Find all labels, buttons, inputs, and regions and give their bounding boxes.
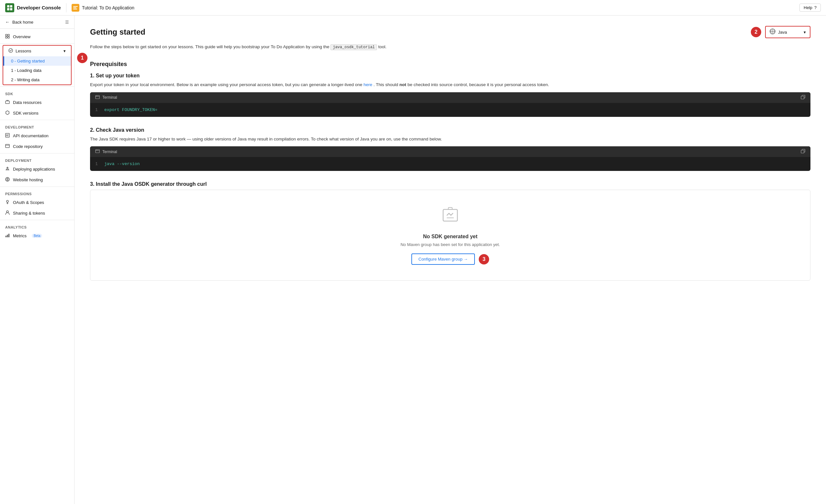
step1-here-link[interactable]: here (363, 82, 372, 87)
sdk-versions-icon (5, 110, 10, 116)
back-arrow-icon: ← (5, 19, 10, 24)
step3-title: 3. Install the Java OSDK generator throu… (90, 181, 811, 187)
lesson-item-1[interactable]: 1 - Loading data (3, 66, 71, 75)
lessons-label: Lessons (15, 49, 31, 53)
step1-title: 1. Set up your token (90, 73, 811, 79)
sdk-section-label: SDK (0, 88, 74, 97)
svg-rect-14 (5, 144, 9, 147)
sidebar-item-api-docs[interactable]: API documentation (0, 130, 74, 141)
svg-rect-2 (7, 8, 9, 10)
code-repo-icon (5, 144, 10, 149)
terminal-icon-1 (95, 95, 100, 100)
sidebar-item-oauth[interactable]: OAuth & Scopes (0, 197, 74, 208)
tool-code-tag: java_osdk_tutorial (331, 44, 377, 50)
overview-label: Overview (13, 34, 31, 39)
sidebar-item-metrics[interactable]: Metrics Beta (0, 231, 74, 241)
lesson-item-2[interactable]: 2 - Writing data (3, 75, 71, 84)
svg-rect-1 (10, 5, 12, 7)
content-area: 1 Getting started 2 (74, 15, 826, 504)
lessons-header[interactable]: Lessons ▾ (3, 46, 71, 56)
configure-maven-button[interactable]: Configure Maven group → (411, 253, 475, 265)
sidebar-item-data-resources[interactable]: Data resources (0, 97, 74, 108)
svg-rect-18 (5, 236, 6, 237)
svg-point-16 (6, 200, 8, 202)
lesson-2-label: 2 - Writing data (11, 77, 40, 82)
terminal-body-2: 1 java --version (90, 157, 811, 171)
sdk-versions-label: SDK versions (13, 111, 39, 116)
svg-rect-6 (73, 9, 77, 9)
sidebar-divider-6 (0, 220, 74, 220)
sidebar-item-website-hosting[interactable]: Website hosting (0, 175, 74, 185)
back-home-button[interactable]: ← Back home ☰ (0, 15, 74, 29)
metrics-label: Metrics (13, 233, 26, 238)
prerequisites-title: Prerequisites (90, 61, 811, 68)
intro-paragraph: Follow the steps below to get started on… (90, 43, 811, 51)
header-tutorial: Tutorial: To Do Application (72, 4, 134, 12)
lang-chevron-icon: ▾ (804, 30, 806, 35)
main-layout: ← Back home ☰ Overview (0, 15, 826, 504)
step2-text: The Java SDK requires Java 17 or higher … (90, 136, 811, 143)
terminal-title-2: Terminal (95, 149, 117, 154)
metrics-icon (5, 233, 10, 239)
annotation-badge-1: 1 (77, 53, 87, 63)
development-section-label: Development (0, 121, 74, 130)
terminal-header-2: Terminal (90, 146, 811, 157)
svg-rect-19 (7, 235, 8, 237)
lang-icon (770, 28, 775, 36)
data-resources-label: Data resources (13, 100, 42, 105)
svg-rect-4 (73, 6, 78, 7)
lessons-list: 0 - Getting started 1 - Loading data 2 -… (3, 56, 71, 84)
api-docs-label: API documentation (13, 133, 49, 138)
step3-section: 3. Install the Java OSDK generator throu… (90, 181, 811, 280)
language-selector[interactable]: Java ▾ (765, 26, 811, 38)
svg-rect-27 (801, 96, 804, 99)
sidebar: ← Back home ☰ Overview (0, 15, 74, 504)
sidebar-nav: Overview Lessons ▾ (0, 29, 74, 244)
terminal-title-1: Terminal (95, 95, 117, 100)
metrics-badge: Beta (32, 234, 43, 238)
svg-rect-0 (7, 5, 9, 7)
sidebar-divider-3 (0, 120, 74, 120)
svg-rect-20 (8, 234, 9, 237)
sidebar-item-overview[interactable]: Overview (0, 32, 74, 42)
analytics-section-label: Analytics (0, 222, 74, 231)
help-button[interactable]: Help ? (800, 4, 821, 12)
lesson-item-0[interactable]: 0 - Getting started (3, 56, 71, 66)
permissions-section-label: Permissions (0, 188, 74, 197)
terminal-body-1: 1 export FOUNDRY_TOKEN= (90, 103, 811, 117)
page-title: Getting started (90, 27, 145, 37)
back-home-label: Back home (12, 20, 34, 24)
data-resources-icon (5, 100, 10, 105)
api-docs-icon (5, 133, 10, 138)
lesson-1-label: 1 - Loading data (11, 68, 42, 73)
sidebar-options-icon[interactable]: ☰ (65, 20, 69, 24)
deployment-section-label: Deployment (0, 155, 74, 164)
sidebar-item-deploying-apps[interactable]: Deploying applications (0, 164, 74, 175)
step2-section: 2. Check Java version The Java SDK requi… (90, 127, 811, 171)
svg-rect-9 (5, 37, 7, 38)
lessons-icon (8, 48, 13, 54)
svg-point-30 (97, 150, 97, 150)
help-label: Help (804, 5, 812, 10)
svg-rect-10 (8, 37, 9, 38)
annotation-badge-3: 3 (479, 254, 489, 264)
terminal-copy-1[interactable] (801, 95, 805, 100)
terminal-copy-2[interactable] (801, 149, 805, 154)
svg-rect-35 (448, 207, 452, 209)
page-title-row: Getting started 2 (90, 26, 811, 38)
sidebar-item-code-repo[interactable]: Code repository (0, 141, 74, 152)
annotation-badge-2: 2 (751, 27, 761, 37)
svg-rect-33 (801, 150, 804, 153)
terminal-header-1: Terminal (90, 92, 811, 103)
step1-section: 1. Set up your token Export your token i… (90, 73, 811, 117)
sidebar-item-sdk-versions[interactable]: SDK versions (0, 108, 74, 119)
website-hosting-label: Website hosting (13, 177, 43, 182)
svg-point-25 (97, 96, 98, 96)
sidebar-item-sharing-tokens[interactable]: Sharing & tokens (0, 208, 74, 218)
svg-rect-12 (5, 101, 9, 104)
sdk-button-wrapper: Configure Maven group → 3 (98, 253, 802, 265)
svg-point-23 (96, 96, 96, 96)
header-divider (66, 3, 66, 12)
lesson-0-label: 0 - Getting started (11, 59, 45, 63)
brand: Developer Console (5, 3, 61, 12)
